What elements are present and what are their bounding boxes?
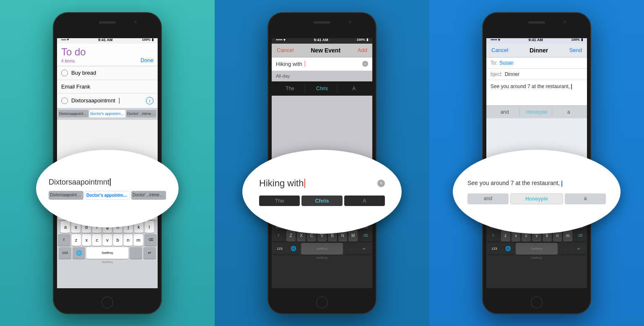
key2-k[interactable]: K [349,217,358,229]
key3-e[interactable]: e [507,204,516,216]
email-to-field[interactable]: To: Susan [486,57,587,69]
key2-r[interactable]: R [303,204,312,216]
autocorrect-option-2[interactable]: Doctor's appointment [89,110,125,117]
key-a[interactable]: a [61,221,70,233]
key2-return[interactable]: ↵ [358,243,371,255]
key2-d[interactable]: D [296,217,306,229]
key-n[interactable]: n [124,234,133,246]
key-q[interactable]: q [58,208,67,220]
key-b[interactable]: b [113,234,122,246]
key3-t[interactable]: t [527,204,536,216]
key2-q[interactable]: Q [273,204,281,216]
key3-h[interactable]: h [543,217,552,229]
key2-h[interactable]: H [328,217,337,229]
key2-globe[interactable]: 🌐 [287,243,300,255]
key2-shift[interactable]: ⇧ [273,230,285,242]
key3-return[interactable]: ↵ [573,243,585,255]
key2-o[interactable]: O [353,204,361,216]
email-body[interactable]: See you around 7 at the restaurant, [486,80,587,105]
autocorrect-option-1[interactable]: Dixtorsaapointmnt [58,110,88,117]
key3-shift[interactable]: ⇧ [487,230,500,242]
key-w[interactable]: w [68,208,77,220]
cal-add-button[interactable]: Add [358,47,367,53]
key-space[interactable]: SwiftKey [86,247,128,259]
key2-num[interactable]: 123 [273,243,286,255]
key3-z[interactable]: z [501,230,510,242]
key-f[interactable]: f [92,221,101,233]
key3-d[interactable]: d [511,217,520,229]
key-m[interactable]: m [134,234,143,246]
key-punct[interactable]: . [130,247,142,259]
key3-k[interactable]: k [564,217,573,229]
email-send-button[interactable]: Send [569,47,582,53]
key3-w[interactable]: w [497,204,506,216]
key-d[interactable]: d [82,221,91,233]
key2-backspace[interactable]: ⌫ [359,230,371,242]
key3-p[interactable]: p [577,204,586,216]
cal-cancel-button[interactable]: Cancel [277,47,293,53]
key2-i[interactable]: I [343,204,351,216]
key2-w[interactable]: W [283,204,291,216]
key3-j[interactable]: j [553,217,562,229]
info-icon[interactable]: i [146,97,153,104]
key3-v[interactable]: v [532,230,541,242]
key3-u[interactable]: u [547,204,556,216]
key-p[interactable]: p [148,208,157,220]
pred-left-2[interactable]: The [275,84,305,93]
key3-g[interactable]: g [532,217,541,229]
autocorrect-option-3[interactable]: Doctor'...intments [126,110,156,117]
key-num[interactable]: 123 [59,247,71,259]
key2-u[interactable]: U [332,204,341,216]
note-item-3[interactable]: Dixtorsaapointmnt i [57,94,158,108]
key-backspace[interactable]: ⌫ [144,234,157,246]
key3-space[interactable]: SwiftKey [516,243,558,255]
key-c[interactable]: c [92,234,101,246]
key-o[interactable]: o [138,208,147,220]
key2-c[interactable]: C [307,230,316,242]
key2-t[interactable]: T [313,204,322,216]
cal-clear-button[interactable]: × [362,61,368,67]
key3-m[interactable]: m [563,230,572,242]
key-i[interactable]: i [128,208,137,220]
key-return[interactable]: ↵ [143,247,156,259]
pred-left-3[interactable]: and [490,108,520,116]
key3-o[interactable]: o [567,204,576,216]
key-globe[interactable]: 🌐 [73,247,85,259]
key-g[interactable]: g [103,221,112,233]
home-button-2[interactable] [316,297,328,308]
key2-b[interactable]: B [328,230,337,242]
key2-e[interactable]: E [293,204,301,216]
key2-v[interactable]: V [317,230,327,242]
key-t[interactable]: t [98,208,107,220]
email-subject-field[interactable]: bject: Dinner [486,69,587,80]
pred-center-2[interactable]: Chris [307,84,337,93]
key2-j[interactable]: J [338,217,348,229]
key3-x[interactable]: x [512,230,521,242]
key3-y[interactable]: y [538,204,546,216]
key-e[interactable]: e [78,208,87,220]
key2-space[interactable]: SwiftKey [301,243,343,255]
key3-i[interactable]: i [557,204,566,216]
key3-globe[interactable]: 🌐 [502,243,514,255]
key3-b[interactable]: b [543,230,552,242]
cal-event-field[interactable]: Hiking with × [272,57,372,71]
key2-g[interactable]: G [317,217,327,229]
key3-backspace[interactable]: ⌫ [574,230,586,242]
key3-a[interactable]: a [490,217,499,229]
key2-s[interactable]: S [286,217,295,229]
key-z[interactable]: z [72,234,81,246]
key3-l[interactable]: l [574,217,583,229]
key2-m[interactable]: M [348,230,358,242]
key3-q[interactable]: q [487,204,496,216]
home-button-1[interactable] [101,297,113,308]
email-cancel-button[interactable]: Cancel [491,47,508,53]
key3-f[interactable]: f [522,217,531,229]
key-s[interactable]: s [71,221,80,233]
key-u[interactable]: u [118,208,127,220]
key-y[interactable]: y [108,208,117,220]
key2-p[interactable]: P [363,204,371,216]
key-shift[interactable]: ⇧ [58,234,70,246]
key2-f[interactable]: F [307,217,316,229]
pred-center-3[interactable]: Honeypie [522,108,552,116]
key2-a[interactable]: A [275,217,285,229]
